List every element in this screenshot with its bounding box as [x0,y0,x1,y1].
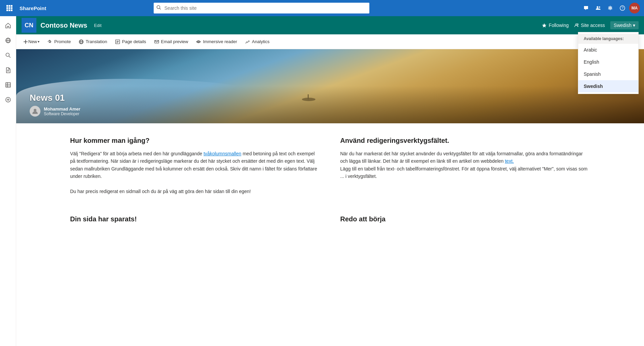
svg-point-48 [34,109,36,112]
site-access-button[interactable]: Site access [574,23,605,28]
new-chevron-icon: ▾ [38,40,39,43]
svg-rect-1 [9,5,10,7]
top-nav-actions: ? MA [581,3,640,13]
col1-link[interactable]: tvåkolumnsmallen [204,151,241,156]
email-preview-label: Email preview [161,39,188,44]
svg-rect-6 [6,9,8,11]
col1-heading: Hur kommer man igång? [70,137,320,145]
language-dropdown-header: Available languages: [578,34,638,44]
main-layout: CN Contoso News Edit Following Site acce… [0,16,644,242]
page-toolbar: New ▾ Promote Translation Pa [16,34,644,49]
svg-point-12 [599,6,600,8]
chevron-down-icon: ▾ [633,23,635,28]
sidebar-search-icon[interactable] [1,49,15,62]
author-role: Software Developer [44,112,81,116]
site-title: Contoso News [40,22,87,29]
page-content: Hur kommer man igång? Välj "Redigera" fö… [16,123,644,242]
sidebar-add-icon[interactable] [1,93,15,106]
svg-rect-0 [6,5,8,7]
svg-point-43 [198,41,199,42]
col4-heading: Redo att börja [340,215,590,223]
edit-button[interactable]: Edit [94,23,101,28]
author-info: Mohammad Amer Software Developer [44,106,81,116]
language-button[interactable]: Swedish ▾ Available languages: Arabic En… [610,21,639,29]
sidebar-home-icon[interactable] [1,19,15,32]
site-access-label: Site access [581,23,605,28]
user-avatar[interactable]: MA [629,3,640,13]
main-content: CN Contoso News Edit Following Site acce… [16,16,644,242]
content-col-1: Hur kommer man igång? Välj "Redigera" fö… [70,137,320,195]
page-details-button[interactable]: Page details [112,37,150,46]
svg-rect-8 [11,9,12,11]
content-col-4: Redo att börja [340,215,590,228]
following-label: Following [549,23,569,28]
svg-rect-2 [11,5,12,7]
content-col-3: Din sida har sparats! [70,215,320,228]
language-label: Swedish [614,23,632,28]
immersive-reader-button[interactable]: Immersive reader [193,37,240,46]
chat-icon[interactable] [581,3,591,13]
svg-rect-4 [9,7,10,9]
hero-author: Mohammad Amer Software Developer [30,106,631,117]
col1-body-text1: Välj "Redigera" för att börja arbeta med… [70,151,204,156]
svg-rect-5 [11,7,12,9]
content-grid: Hur kommer man igång? Välj "Redigera" fö… [70,137,590,195]
site-header: CN Contoso News Edit Following Site acce… [16,16,644,34]
promote-button[interactable]: Promote [44,37,74,46]
svg-point-18 [6,53,9,57]
col2-link[interactable]: text. [505,158,514,164]
analytics-button[interactable]: Analytics [242,37,273,46]
hero-overlay: News 01 Mohammad Amer Software Developer [16,86,644,123]
following-button[interactable]: Following [542,23,569,28]
search-container [154,3,369,13]
new-label: New [28,39,37,44]
language-dropdown: Available languages: Arabic English Span… [578,32,639,94]
app-grid-icon[interactable] [4,3,15,13]
sidebar-table-icon[interactable] [1,78,15,92]
language-option-arabic[interactable]: Arabic [578,44,638,56]
col3-heading: Din sida har sparats! [70,215,320,223]
author-avatar [30,106,40,117]
sidebar-doc-icon[interactable] [1,63,15,77]
language-option-spanish[interactable]: Spanish [578,68,638,80]
analytics-label: Analytics [252,39,270,44]
content-grid-2: Din sida har sparats! Redo att börja [70,215,590,228]
svg-rect-7 [9,9,10,11]
translation-button[interactable]: Translation [75,37,111,46]
top-navigation: SharePoint ? [0,0,644,16]
author-name: Mohammad Amer [44,106,81,112]
col2-heading: Använd redigeringsverktygsfältet. [340,137,590,145]
svg-line-19 [9,56,10,58]
svg-marker-29 [542,23,547,27]
site-logo: CN [22,18,36,33]
hero-title: News 01 [30,93,631,103]
svg-point-11 [596,6,598,8]
col2-body: När du har markerat det här stycket anvä… [340,150,590,180]
translation-label: Translation [86,39,107,44]
page-details-label: Page details [122,39,146,44]
col2-body-text2: Lägg till en tabell från text- och tabel… [340,166,588,179]
promote-label: Promote [54,39,71,44]
language-option-english[interactable]: English [578,56,638,68]
col1-body: Välj "Redigera" för att börja arbeta med… [70,150,320,195]
people-icon[interactable] [593,3,604,13]
svg-rect-22 [6,83,10,87]
svg-text:?: ? [621,6,623,10]
col1-body-text3: Du har precis redigerat en sidmall och d… [70,189,251,194]
immersive-reader-label: Immersive reader [203,39,237,44]
app-logo: SharePoint [20,5,46,11]
hero-section: News 01 Mohammad Amer Software Developer [16,49,644,123]
email-preview-button[interactable]: Email preview [151,37,192,46]
col2-body-text1: När du har markerat det här stycket anvä… [340,151,583,164]
settings-icon[interactable] [605,3,616,13]
svg-rect-3 [6,7,8,9]
svg-point-31 [577,24,578,25]
site-header-right: Following Site access Swedish ▾ Availabl… [542,21,639,29]
help-icon[interactable]: ? [617,3,628,13]
language-option-swedish[interactable]: Swedish [578,80,638,92]
content-col-2: Använd redigeringsverktygsfältet. När du… [340,137,590,195]
new-button[interactable]: New ▾ [20,37,43,46]
search-input[interactable] [154,3,369,13]
left-sidebar [0,16,16,242]
sidebar-globe-icon[interactable] [1,34,15,47]
